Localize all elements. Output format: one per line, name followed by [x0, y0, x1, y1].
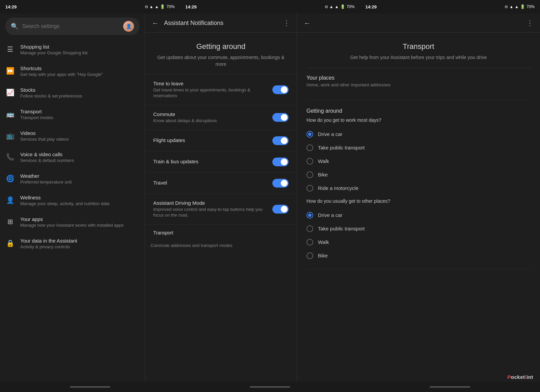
your-data-icon: 🔒	[5, 239, 15, 248]
panels: 🔍 👤 ☰ Shopping list Manage your Google S…	[0, 13, 540, 382]
radio-circle-drive-car-1	[306, 131, 313, 138]
radio-drive-car-1[interactable]: Drive a car	[306, 128, 531, 141]
mid-more-button[interactable]: ⋮	[283, 19, 290, 27]
radio-circle-walk-1	[306, 158, 313, 165]
travel-toggle[interactable]	[272, 179, 289, 188]
voice-calls-icon: 📞	[5, 152, 15, 162]
radio-walk-2[interactable]: Walk	[306, 235, 531, 249]
bottom-bar-right	[360, 382, 540, 392]
radio-label-bike-2: Bike	[318, 253, 328, 258]
weather-title: Weather	[20, 173, 139, 179]
train-bus-title: Train & bus updates	[153, 159, 272, 164]
toggle-flight-updates: Flight updates	[145, 130, 297, 151]
commute-toggle[interactable]	[272, 113, 289, 122]
toggle-train-bus: Train & bus updates	[145, 151, 297, 173]
minus-circle-icon-right: ⊖	[505, 4, 508, 9]
radio-circle-drive-car-2	[306, 212, 313, 219]
battery-icon-right: 🔋	[520, 4, 525, 9]
your-places-subtitle: Home, work and other important addresses	[306, 82, 531, 87]
status-bar-right: 14:29 ⊖ ▲ ▲ 🔋 70%	[360, 0, 540, 13]
transport-commute-item[interactable]: Commute addresses and transport modes	[145, 238, 297, 253]
radio-label-drive-car-2: Drive a car	[318, 212, 343, 218]
search-icon: 🔍	[11, 23, 18, 30]
driving-mode-title: Assistant Driving Mode	[153, 200, 272, 206]
voice-calls-subtitle: Services & default numbers	[20, 158, 139, 164]
status-bar-left: 14:29 ⊖ ▲ ▲ 🔋 70%	[0, 0, 180, 13]
sidebar-item-your-data[interactable]: 🔒 Your data in the Assistant Activity & …	[0, 233, 145, 255]
radio-circle-public-transport-1	[306, 144, 313, 151]
sidebar-item-stocks[interactable]: 📈 Stocks Follow stocks & set preferences	[0, 82, 145, 104]
transport-section-title: Transport	[145, 225, 297, 238]
right-back-button[interactable]: ←	[304, 19, 310, 27]
time-left: 14:29	[5, 4, 17, 9]
radio-label-bike-1: Bike	[318, 172, 328, 177]
question-2-label: How do you usually get to other places?	[306, 198, 531, 204]
mid-back-button[interactable]: ←	[152, 19, 159, 27]
icons-left: ⊖ ▲ ▲ 🔋 70%	[145, 4, 175, 9]
status-bars: 14:29 ⊖ ▲ ▲ 🔋 70% 14:29 ⊖ ▲ ▲ 🔋 70% 14:2…	[0, 0, 540, 13]
search-bar[interactable]: 🔍 👤	[5, 18, 139, 35]
your-data-title: Your data in the Assistant	[20, 238, 139, 244]
toggle-commute: Commute Know about delays & disruptions	[145, 105, 297, 130]
mid-panel-content: Getting around Get updates about your co…	[145, 33, 297, 382]
signal-icon: ▲	[155, 4, 159, 9]
wellness-title: Wellness	[20, 195, 139, 200]
radio-walk-1[interactable]: Walk	[306, 155, 531, 168]
train-bus-toggle[interactable]	[272, 158, 289, 166]
radio-label-walk-1: Walk	[318, 158, 329, 164]
videos-title: Videos	[20, 130, 139, 136]
shortcuts-title: Shortcuts	[20, 65, 139, 71]
toggle-travel: Travel	[145, 173, 297, 194]
flight-updates-toggle[interactable]	[272, 136, 289, 145]
radio-circle-public-transport-2	[306, 225, 313, 232]
travel-title: Travel	[153, 180, 272, 186]
time-mid: 14:29	[185, 4, 196, 9]
radio-motorcycle-1[interactable]: Ride a motorcycle	[306, 181, 531, 195]
battery-icon: 🔋	[160, 4, 165, 9]
sidebar-item-shortcuts[interactable]: ⏩ Shortcuts Get help with your apps with…	[0, 61, 145, 82]
mid-panel-header: ← Assistant Notifications ⋮	[145, 13, 297, 33]
sidebar-item-videos[interactable]: 📺 Videos Services that play videos	[0, 125, 145, 147]
radio-bike-2[interactable]: Bike	[306, 249, 531, 262]
sidebar-item-weather[interactable]: 🌀 Weather Preferred temperature unit	[0, 168, 145, 190]
sidebar-item-shopping-list[interactable]: ☰ Shopping list Manage your Google Shopp…	[0, 39, 145, 61]
radio-circle-motorcycle-1	[306, 185, 313, 192]
time-to-leave-subtitle: Get travel times to your appointments, b…	[153, 87, 272, 99]
sidebar-item-transport[interactable]: 🚌 Transport Transport modes	[0, 104, 145, 125]
getting-around-group: Getting around How do you get to work mo…	[306, 108, 531, 270]
weather-subtitle: Preferred temperature unit	[20, 179, 139, 185]
radio-label-walk-2: Walk	[318, 239, 329, 245]
wellness-icon: 👤	[5, 195, 15, 205]
radio-label-public-transport-2: Take public transport	[318, 226, 364, 231]
radio-label-motorcycle-1: Ride a motorcycle	[318, 185, 358, 191]
mid-section-subtitle: Get updates about your commute, appointm…	[153, 54, 289, 67]
right-section-subtitle: Get help from your Assistant before your…	[306, 54, 531, 61]
radio-drive-car-2[interactable]: Drive a car	[306, 208, 531, 222]
search-input[interactable]	[22, 23, 119, 29]
voice-calls-title: Voice & video calls	[20, 151, 139, 157]
mid-panel: ← Assistant Notifications ⋮ Getting arou…	[145, 13, 297, 382]
driving-mode-toggle[interactable]	[272, 205, 289, 214]
right-section-hero: Transport Get help from your Assistant b…	[306, 33, 531, 68]
commute-title: Commute	[153, 111, 272, 117]
right-more-button[interactable]: ⋮	[526, 19, 533, 27]
time-to-leave-toggle[interactable]	[272, 85, 289, 94]
shopping-list-title: Shopping list	[20, 44, 139, 50]
your-apps-title: Your apps	[20, 216, 139, 222]
shopping-list-subtitle: Manage your Google Shopping list	[20, 50, 139, 56]
battery-percent-right: 70%	[526, 4, 535, 9]
avatar[interactable]: 👤	[123, 21, 134, 32]
sidebar-item-voice-video-calls[interactable]: 📞 Voice & video calls Services & default…	[0, 147, 145, 168]
your-places-group: Your places Home, work and other importa…	[306, 75, 531, 100]
radio-bike-1[interactable]: Bike	[306, 168, 531, 181]
bottom-bars	[0, 382, 540, 392]
radio-public-transport-1[interactable]: Take public transport	[306, 141, 531, 155]
your-data-subtitle: Activity & privacy controls	[20, 244, 139, 250]
sidebar-item-your-apps[interactable]: ⊞ Your apps Manage how your Assistant wo…	[0, 212, 145, 233]
videos-subtitle: Services that play videos	[20, 137, 139, 142]
time-to-leave-title: Time to leave	[153, 81, 272, 86]
mid-panel-title: Assistant Notifications	[164, 20, 278, 27]
sidebar-item-wellness[interactable]: 👤 Wellness Manage your sleep, activity, …	[0, 190, 145, 212]
radio-public-transport-2[interactable]: Take public transport	[306, 222, 531, 235]
your-apps-subtitle: Manage how your Assistant works with ins…	[20, 223, 139, 228]
